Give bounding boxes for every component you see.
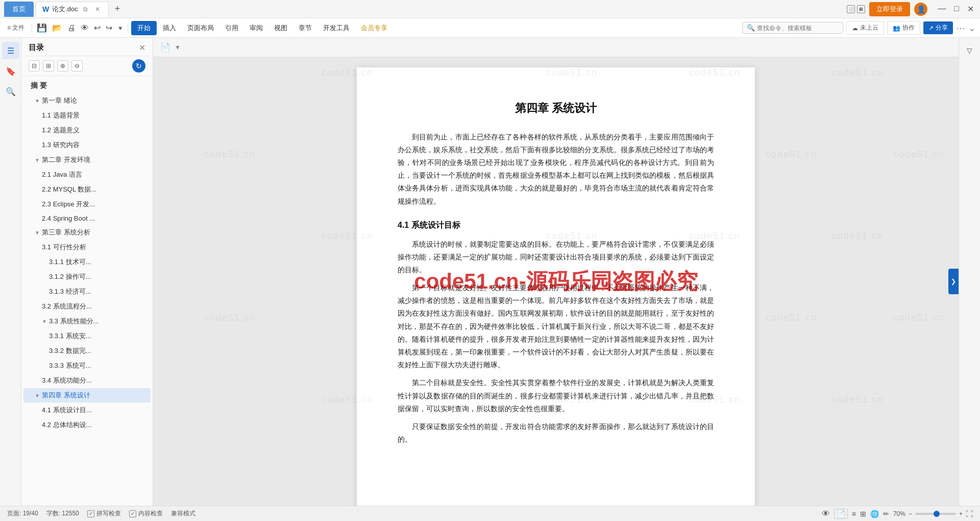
page-info-label: 页面: 19/40 xyxy=(7,509,38,518)
undo-icon[interactable]: ↩ xyxy=(92,21,102,34)
toc-item-ch4[interactable]: ▼ 第四章 系统设计 xyxy=(23,388,151,402)
toc-item-s34[interactable]: 3.4 系统功能分... xyxy=(23,373,151,388)
menu-item-devtools[interactable]: 开发工具 xyxy=(318,21,355,35)
toc-item-label: 3.1.1 技术可... xyxy=(49,257,91,267)
toc-item-ch3[interactable]: ▼ 第三章 系统分析 xyxy=(23,225,151,240)
maximize-button[interactable]: □ xyxy=(952,4,961,14)
menu-item-layout[interactable]: 页面布局 xyxy=(182,21,219,35)
zoom-out-button[interactable]: − xyxy=(909,510,912,517)
toc-item-ch1[interactable]: ▼ 第一章 绪论 xyxy=(23,93,151,108)
list-view-icon[interactable]: ≡ xyxy=(852,510,856,518)
toc-item-label: 第一章 绪论 xyxy=(42,96,77,105)
zoom-in-button[interactable]: + xyxy=(959,510,963,517)
grid-view-icon[interactable]: ⊞ xyxy=(857,5,865,13)
word-count[interactable]: 字数: 12550 xyxy=(46,509,79,518)
share-button[interactable]: ↗ 分享 xyxy=(923,21,953,34)
redo-icon[interactable]: ↪ xyxy=(104,21,114,34)
toc-collapse-all-button[interactable]: ⊟ xyxy=(29,60,40,72)
bookmark-icon[interactable]: 🔖 xyxy=(2,62,19,80)
page-info[interactable]: 页面: 19/40 xyxy=(7,509,38,518)
toc-collapse-button[interactable]: ⊖ xyxy=(71,60,83,72)
toc-item-abstract[interactable]: 摘 要 xyxy=(23,79,151,93)
toc-expand-up-button[interactable]: ⊞ xyxy=(43,60,54,72)
login-button[interactable]: 立即登录 xyxy=(869,2,910,16)
toc-item-s13[interactable]: 1.3 研究内容 xyxy=(23,138,151,152)
menu-right-area: 🔍 ☁ 未上云 👥 协作 ↗ 分享 ⋯ ⌄ xyxy=(742,21,976,35)
toc-item-s312[interactable]: 3.1.2 操作可... xyxy=(23,270,151,284)
sidebar-icons: ☰ 🔖 🔍 xyxy=(0,38,21,506)
toc-item-s313[interactable]: 3.1.3 经济可... xyxy=(23,285,151,299)
search-input[interactable] xyxy=(757,25,839,32)
toc-item-s331[interactable]: 3.3.1 系统安... xyxy=(23,329,151,343)
collab-button[interactable]: 👥 协作 xyxy=(887,21,920,35)
toc-item-s32[interactable]: 3.2 系统流程分... xyxy=(23,299,151,314)
right-panel-filter-icon[interactable]: ▽ xyxy=(962,43,977,58)
fullscreen-button[interactable]: ⛶ xyxy=(966,510,973,518)
save-icon[interactable]: 💾 xyxy=(35,21,48,34)
toc-item-s31[interactable]: 3.1 可行性分析 xyxy=(23,240,151,254)
more-options-icon[interactable]: ⋯ xyxy=(956,22,965,34)
menu-item-ref[interactable]: 引用 xyxy=(220,21,243,35)
toc-item-ch2[interactable]: ▼ 第二章 开发环境 xyxy=(23,153,151,167)
toc-item-s21[interactable]: 2.1 Java 语言 xyxy=(23,168,151,182)
zoom-slider[interactable] xyxy=(915,513,956,515)
pen-icon[interactable]: ✏ xyxy=(883,510,889,518)
doc-view-icon[interactable]: 📄 xyxy=(834,509,848,519)
toc-item-s12[interactable]: 1.2 选题意义 xyxy=(23,123,151,137)
tab-doc[interactable]: W 论文.doc ⧉ ✕ xyxy=(36,2,109,17)
menu-file-icon[interactable]: ≡ 文件 xyxy=(4,21,28,34)
menu-item-view[interactable]: 视图 xyxy=(269,21,292,35)
new-tab-button[interactable]: + xyxy=(111,4,125,14)
toc-item-s22[interactable]: 2.2 MYSQL 数据... xyxy=(23,182,151,197)
toc-item-s33[interactable]: ▼ 3.3 系统性能分... xyxy=(23,314,151,328)
undo-dropdown-icon[interactable]: ▼ xyxy=(116,23,125,33)
toc-item-s42[interactable]: 4.2 总体结构设... xyxy=(23,418,151,432)
toc-item-label: 3.3.1 系统安... xyxy=(49,331,91,341)
spell-check[interactable]: ✓ 拼写检查 xyxy=(87,509,121,518)
compat-mode[interactable]: 兼容模式 xyxy=(171,509,195,518)
toc-item-s333[interactable]: 3.3.3 系统可... xyxy=(23,359,151,373)
toc-expand-down-button[interactable]: ⊕ xyxy=(57,60,68,72)
toc-close-button[interactable]: ✕ xyxy=(139,43,145,53)
search-box[interactable]: 🔍 xyxy=(742,22,843,34)
menu-item-chapter[interactable]: 章节 xyxy=(293,21,317,35)
print-icon[interactable]: 🖨 xyxy=(66,22,77,34)
status-right: 👁 📄 ≡ ⊞ 🌐 ✏ 70% − + ⛶ xyxy=(822,509,973,519)
tab-minimize-icon[interactable]: ⧉ xyxy=(81,5,90,14)
doc-page-icon[interactable]: 📄 xyxy=(160,42,170,52)
watermark-text: code51.cn xyxy=(766,313,817,323)
search-sidebar-icon[interactable]: 🔍 xyxy=(2,83,19,100)
outline-icon[interactable]: ☰ xyxy=(2,42,19,59)
toc-item-s311[interactable]: 3.1.1 技术可... xyxy=(23,255,151,269)
toc-item-s332[interactable]: 3.3.2 数据完... xyxy=(23,344,151,358)
toc-item-s41[interactable]: 4.1 系统设计目... xyxy=(23,403,151,417)
page-view-icon[interactable]: ⊞ xyxy=(860,510,866,518)
watermark-text: code51.cn xyxy=(204,313,256,323)
open-icon[interactable]: 📂 xyxy=(51,21,64,34)
doc-toolbar-arrow[interactable]: ▼ xyxy=(175,44,181,51)
toc-panel: 目录 ✕ ⊟ ⊞ ⊕ ⊖ ↻ 摘 要 ▼ 第一章 绪论 1.1 选题背景 1 xyxy=(21,38,153,506)
menu-item-insert[interactable]: 插入 xyxy=(158,21,181,35)
expand-icon[interactable]: ⌄ xyxy=(968,22,976,34)
float-right-button[interactable]: ❯ xyxy=(948,269,959,294)
cloud-button[interactable]: ☁ 未上云 xyxy=(846,21,884,35)
eye-icon[interactable]: 👁 xyxy=(822,509,830,518)
content-check[interactable]: ✓ 内容检查 xyxy=(129,509,163,518)
close-button[interactable]: ✕ xyxy=(965,4,976,14)
toc-item-s11[interactable]: 1.1 选题背景 xyxy=(23,108,151,123)
menu-item-member[interactable]: 会员专享 xyxy=(356,21,393,35)
toc-item-s23[interactable]: 2.3 Eclipse 开发... xyxy=(23,197,151,211)
preview-icon[interactable]: 👁 xyxy=(79,22,90,34)
tab-home[interactable]: 首页 xyxy=(4,2,34,17)
minimize-button[interactable]: — xyxy=(936,4,948,14)
spell-check-label: 拼写检查 xyxy=(96,509,121,518)
globe-icon[interactable]: 🌐 xyxy=(870,510,879,518)
split-view-icon[interactable]: ⬜ xyxy=(847,5,855,13)
tab-close-icon[interactable]: ✕ xyxy=(93,5,102,14)
user-avatar[interactable]: 👤 xyxy=(914,3,927,16)
menu-item-review[interactable]: 审阅 xyxy=(244,21,268,35)
toc-item-s24[interactable]: 2.4 Spring Boot ... xyxy=(23,212,151,225)
doc-content-wrapper[interactable]: code51.cn code51.cn code51.cn code51.cn … xyxy=(153,57,959,506)
menu-item-start[interactable]: 开始 xyxy=(131,21,157,35)
toc-refresh-button[interactable]: ↻ xyxy=(132,59,145,73)
